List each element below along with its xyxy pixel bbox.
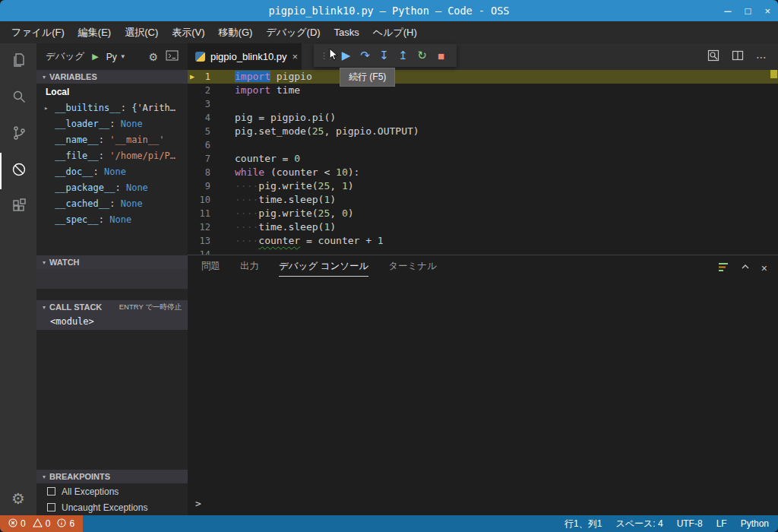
menu-item[interactable]: ファイル(F) <box>5 21 71 43</box>
configure-launch-gear-icon[interactable]: ⚙ <box>148 51 158 63</box>
activity-source-control[interactable] <box>0 116 36 153</box>
code-token: 0 <box>342 207 348 219</box>
variables-section-header[interactable]: ▾ VARIABLES <box>36 70 188 84</box>
menu-item[interactable]: デバッグ(D) <box>259 21 327 43</box>
watch-section-header[interactable]: ▾ WATCH <box>36 255 188 269</box>
breakpoint-item[interactable]: Uncaught Exceptions <box>36 499 188 515</box>
panel-tabs-list: 問題出力デバッグ コンソールターミナル <box>201 260 437 277</box>
code-line[interactable]: 5pig.set_mode(25, pigpio.OUTPUT) <box>188 125 778 138</box>
more-actions-icon[interactable]: ⋯ <box>756 51 767 63</box>
tab-pigpio-blink10[interactable]: pigpio_blink10.py × <box>188 43 302 70</box>
code-token: , <box>330 180 342 192</box>
code-line[interactable]: 10····time.sleep(1) <box>188 193 778 207</box>
variable-row[interactable]: __package__: None <box>36 180 188 196</box>
status-item[interactable]: UTF-8 <box>677 518 703 529</box>
menu-item[interactable]: 表示(V) <box>165 21 211 43</box>
start-debug-button[interactable]: ▶ <box>92 52 98 62</box>
chevron-down-icon: ▾ <box>43 304 46 311</box>
breakpoints-section-header[interactable]: ▾ BREAKPOINTS <box>36 470 188 483</box>
menu-item[interactable]: 移動(G) <box>212 21 260 43</box>
filter-icon[interactable] <box>718 261 729 275</box>
code-token: ) <box>348 207 354 219</box>
code-line[interactable]: 2import time <box>188 84 778 97</box>
settings-gear-icon[interactable]: ⚙ <box>11 489 25 508</box>
code-line[interactable]: 12····time.sleep(1) <box>188 220 778 234</box>
status-item[interactable]: 行1、列1 <box>565 518 602 530</box>
maximize-panel-icon[interactable] <box>740 261 751 275</box>
activity-explorer[interactable] <box>0 43 36 80</box>
call-stack-section-header[interactable]: ▾ CALL STACK ENTRY で一時停止 <box>36 300 188 314</box>
panel-tab[interactable]: 問題 <box>201 260 220 277</box>
variable-row[interactable]: ▸__builtins__: {'Arith… <box>36 100 188 116</box>
tab-label: pigpio_blink10.py <box>210 51 286 62</box>
variable-row[interactable]: __doc__: None <box>36 164 188 180</box>
step-over-button[interactable]: ↷ <box>356 49 375 62</box>
code-line[interactable]: 14 <box>188 248 778 255</box>
title-bar[interactable]: pigpio_blink10.py — Python — Code - OSS … <box>0 0 778 21</box>
debug-console-icon[interactable] <box>166 50 179 63</box>
call-stack-frame[interactable]: <module> <box>36 314 188 330</box>
variable-value: '/home/pi/P… <box>109 150 176 161</box>
checkbox[interactable] <box>47 503 55 511</box>
code-line[interactable]: 3 <box>188 97 778 111</box>
call-stack-list: <module> <box>36 314 188 470</box>
breakpoints-section-title: BREAKPOINTS <box>49 472 110 481</box>
panel-tab[interactable]: 出力 <box>240 260 259 277</box>
tab-bar: pigpio_blink10.py × ⋯ <box>188 43 778 70</box>
line-number: 12 <box>188 220 223 234</box>
status-item[interactable]: LF <box>716 518 727 529</box>
panel-tab[interactable]: ターミナル <box>388 260 437 277</box>
variables-scope[interactable]: Local <box>36 84 188 100</box>
status-item[interactable]: Python <box>741 518 769 529</box>
status-item[interactable]: スペース: 4 <box>615 518 663 530</box>
watch-empty-row[interactable] <box>36 269 188 289</box>
problems-indicator[interactable]: 0 0 6 <box>0 515 83 532</box>
variable-row[interactable]: __spec__: None <box>36 212 188 228</box>
debug-console-view[interactable]: > <box>188 281 778 515</box>
variable-row[interactable]: __loader__: None <box>36 116 188 132</box>
variable-name: __name__ <box>55 135 99 145</box>
console-prompt[interactable]: > <box>195 498 201 509</box>
activity-extensions[interactable] <box>0 189 36 226</box>
code-token: ): <box>348 166 360 178</box>
close-button[interactable]: × <box>764 5 770 17</box>
code-line[interactable]: 6 <box>188 138 778 152</box>
variable-row[interactable]: __name__: '__main__' <box>36 132 188 148</box>
tab-close-icon[interactable]: × <box>292 51 298 62</box>
variable-row[interactable]: __cached__: None <box>36 196 188 212</box>
code-token: (counter < <box>264 166 336 178</box>
code-line[interactable]: 11····pig.write(25, 0) <box>188 207 778 220</box>
variable-name: __file__ <box>55 150 99 161</box>
maximize-button[interactable]: □ <box>745 5 751 17</box>
code-line[interactable]: 1▶import pigpio <box>188 70 778 84</box>
code-editor[interactable]: 1▶import pigpio2import time34pig = pigpi… <box>188 70 778 255</box>
minimize-button[interactable]: ─ <box>724 5 731 17</box>
activity-debug[interactable] <box>0 153 36 189</box>
stop-button[interactable]: ■ <box>432 49 451 62</box>
open-changes-icon[interactable] <box>707 49 719 65</box>
code-line[interactable]: 7counter = 0 <box>188 152 778 166</box>
step-into-button[interactable]: ↧ <box>375 49 394 62</box>
variable-row[interactable]: __file__: '/home/pi/P… <box>36 148 188 164</box>
code-line[interactable]: 8while (counter < 10): <box>188 166 778 179</box>
checkbox[interactable] <box>47 487 55 496</box>
chevron-right-icon[interactable]: ▸ <box>44 100 48 116</box>
restart-button[interactable]: ↻ <box>413 49 432 62</box>
code-line[interactable]: 13····counter = counter + 1 <box>188 234 778 248</box>
menu-item[interactable]: ヘルプ(H) <box>366 21 424 43</box>
code-token: 1 <box>378 235 384 246</box>
breakpoint-item[interactable]: All Exceptions <box>36 483 188 499</box>
step-out-button[interactable]: ↥ <box>394 49 413 62</box>
menu-item[interactable]: 選択(C) <box>118 21 165 43</box>
debug-config-dropdown[interactable]: Py ▼ <box>106 52 126 62</box>
status-bar: 0 0 6 行1、列1スペース: 4UTF-8LFPython <box>0 515 778 532</box>
split-editor-icon[interactable] <box>732 49 744 65</box>
code-line[interactable]: 4pig = pigpio.pi() <box>188 111 778 125</box>
panel-tab[interactable]: デバッグ コンソール <box>279 260 368 277</box>
menu-item[interactable]: 編集(E) <box>71 21 118 43</box>
close-panel-icon[interactable]: × <box>761 262 767 274</box>
menu-item[interactable]: Tasks <box>327 21 366 43</box>
code-line[interactable]: 9····pig.write(25, 1) <box>188 179 778 193</box>
mouse-cursor <box>329 48 341 62</box>
activity-search[interactable] <box>0 80 36 116</box>
